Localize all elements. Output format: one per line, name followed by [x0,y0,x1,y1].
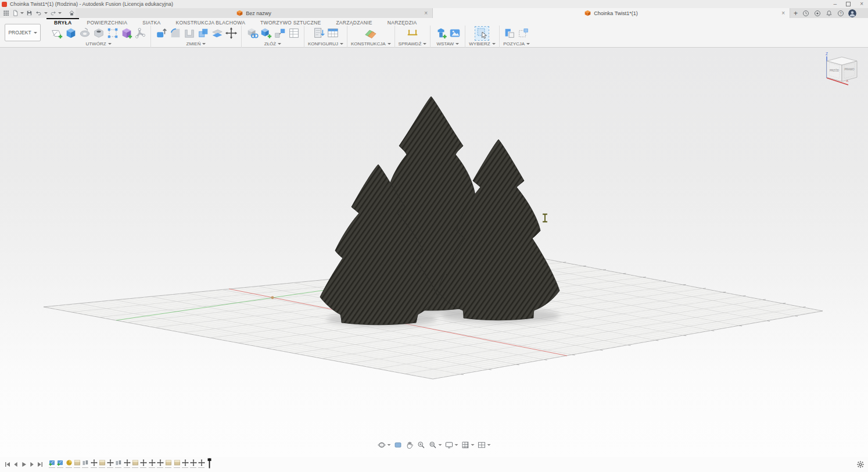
capture-position-icon[interactable] [503,27,517,40]
undo-icon[interactable] [35,9,42,17]
look-at-icon[interactable] [393,441,403,449]
move-copy-icon[interactable] [224,27,238,40]
redo-menu-caret[interactable] [58,12,62,14]
split-body-icon[interactable] [210,27,224,40]
file-new-icon[interactable] [12,9,19,17]
pipe-icon[interactable] [134,27,147,40]
insert-component-icon[interactable] [259,27,272,40]
fit-icon[interactable] [428,441,443,449]
file-menu-caret[interactable] [20,12,24,14]
app-grid-icon[interactable] [2,9,10,17]
timeline-feature-move-icon[interactable] [157,459,164,466]
timeline-feature-body-icon[interactable] [174,459,181,466]
grid-settings-icon[interactable] [461,441,475,449]
user-avatar[interactable] [848,9,856,17]
timeline-settings-gear-icon[interactable] [856,460,865,469]
project-button[interactable]: PROJEKT [5,24,41,41]
fillet-icon[interactable] [168,27,182,40]
new-tab-icon[interactable]: + [794,10,798,17]
timeline-feature-move-icon[interactable] [140,459,147,466]
shell-icon[interactable] [182,27,196,40]
home-icon[interactable] [68,9,76,17]
extensions-icon[interactable] [813,9,821,17]
timeline-feature-move-icon[interactable] [198,459,205,466]
ribbon-tab-tworzywo-sztuczne[interactable]: TWORZYWO SZTUCZNE [253,18,328,26]
measure-icon[interactable] [406,27,419,40]
help-icon[interactable]: ? [837,9,844,17]
press-pull-icon[interactable] [155,27,168,40]
tab-close-icon[interactable]: × [424,10,428,16]
timeline-feature-sketch-icon[interactable] [49,459,56,466]
pan-icon[interactable] [405,441,415,449]
timeline-feature-move-icon[interactable] [182,459,189,466]
timeline-track [0,457,868,472]
configure-icon[interactable] [312,27,325,40]
group-label[interactable]: KONFIGURUJ [308,41,343,47]
undo-menu-caret[interactable] [44,12,48,14]
extrude-icon[interactable] [64,27,77,40]
new-component-icon[interactable] [245,27,259,40]
timeline-feature-move-icon[interactable] [124,459,131,466]
maximize-button[interactable] [846,2,851,6]
configuration-table-icon[interactable] [326,27,339,40]
timeline-feature-mirror-icon[interactable] [115,459,122,466]
timeline-feature-move-icon[interactable] [149,459,156,466]
ribbon-tab-zarządzanie[interactable]: ZARZĄDZANIE [328,18,379,26]
timeline-feature-move-icon[interactable] [107,459,114,466]
timeline-feature-move-icon[interactable] [190,459,197,466]
group-label[interactable]: SPRAWDŹ [399,41,427,47]
tab-label: Bez nazwy [246,10,271,16]
timeline-feature-move-icon[interactable] [91,459,98,466]
job-status-icon[interactable] [802,9,809,17]
group-label[interactable]: KONSTRUKCJA [351,41,391,47]
create-form-icon[interactable] [120,27,133,40]
timeline-feature-body-icon[interactable] [132,459,139,466]
display-settings-icon[interactable] [444,441,459,449]
viewport-canvas[interactable]: Z X PRZÓD PRAWO [0,48,868,457]
revolve-icon[interactable] [78,27,91,40]
tab-bez-nazwy[interactable]: Bez nazwy × [76,8,433,18]
group-label[interactable]: POZYCJA [503,41,530,47]
ribbon-tab-powierzchnia[interactable]: POWIERZCHNIA [79,18,135,26]
ribbon-tab-narzędzia[interactable]: NARZĘDZIA [380,18,425,26]
select-icon[interactable] [475,27,489,40]
model-bodies[interactable] [320,96,559,325]
tab-close-icon[interactable]: × [781,10,785,16]
insert-canvas-icon[interactable] [448,27,461,40]
hole-icon[interactable] [92,27,105,40]
view-cube[interactable]: Z X PRZÓD PRAWO [822,51,863,90]
create-sketch-icon[interactable] [50,27,63,40]
group-label[interactable]: ZŁÓŻ [264,41,281,47]
timeline-feature-mirror-icon[interactable] [82,459,89,466]
timeline-feature-revolve-icon[interactable] [66,459,73,466]
construction-plane-icon[interactable] [364,27,378,40]
timeline-feature-body-icon[interactable] [99,459,106,466]
bom-icon[interactable] [287,27,300,40]
joint-icon[interactable] [273,27,286,40]
tab-choinka-twist1[interactable]: Choinka Twist1*(1) × [433,8,790,18]
timeline-feature-body-icon[interactable] [74,459,81,466]
zoom-icon[interactable] [417,441,426,449]
viewports-icon[interactable] [477,441,492,449]
group-label[interactable]: WYBIERZ [469,41,495,47]
timeline-position-marker[interactable] [207,458,211,469]
timeline-feature-body-icon[interactable] [165,459,172,466]
notifications-icon[interactable] [825,9,833,17]
close-button[interactable]: × [860,1,863,7]
save-icon[interactable] [26,9,33,17]
timeline-feature-sketch-icon[interactable] [57,459,64,466]
orbit-icon[interactable] [377,441,392,449]
origin-point[interactable] [271,296,274,299]
insert-fastener-icon[interactable] [434,27,447,40]
redo-icon[interactable] [49,9,57,17]
pattern-icon[interactable] [106,27,119,40]
group-label[interactable]: ZMIEŃ [186,41,206,47]
revert-position-icon[interactable] [517,27,530,40]
group-label[interactable]: WSTAW [436,41,459,47]
ribbon-tab-konstrukcja-blachowa[interactable]: KONSTRUKCJA BLACHOWA [168,18,253,26]
combine-icon[interactable] [196,27,210,40]
ribbon-tab-bryła[interactable]: BRYŁA [46,18,79,26]
group-label[interactable]: UTWÓRZ [85,41,111,47]
minimize-button[interactable]: – [834,1,837,7]
ribbon-tab-siatka[interactable]: SIATKA [135,18,168,26]
